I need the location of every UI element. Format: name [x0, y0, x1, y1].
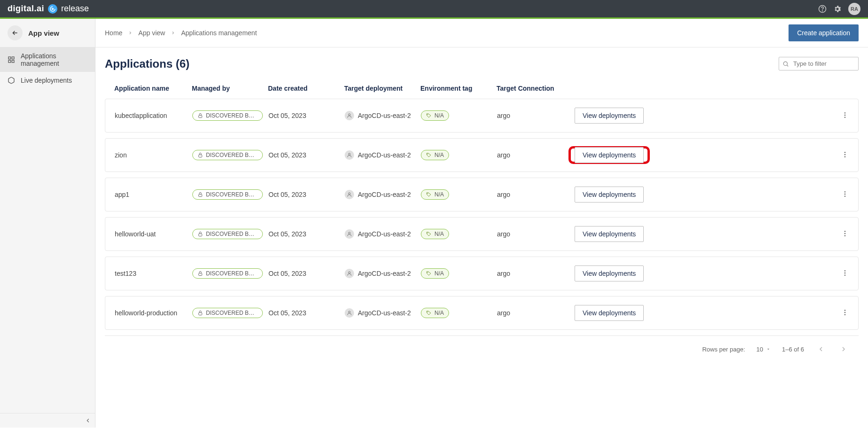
- row-more-menu[interactable]: [841, 111, 849, 119]
- view-deployments-button[interactable]: View deployments: [575, 108, 644, 124]
- cell-target: ArgoCD-us-east-2: [345, 269, 421, 278]
- svg-point-12: [844, 114, 845, 115]
- svg-point-37: [844, 274, 845, 275]
- cell-conn: argo: [497, 191, 575, 198]
- rows-per-page-select[interactable]: 10: [757, 346, 771, 353]
- cell-date: Oct 05, 2023: [268, 151, 345, 159]
- cell-managed: DISCOVERED BY RELE...: [192, 268, 268, 279]
- cell-name: helloworld-uat: [115, 230, 192, 238]
- table-row: helloworld-productionDISCOVERED BY RELE.…: [105, 296, 859, 330]
- svg-point-33: [348, 272, 350, 273]
- view-deployments-button[interactable]: View deployments: [575, 147, 644, 163]
- back-button[interactable]: [8, 25, 23, 40]
- tag-icon: [426, 231, 432, 237]
- pagination-range: 1–6 of 6: [782, 346, 804, 353]
- col-header-date: Date created: [268, 85, 344, 92]
- page-prev-button[interactable]: [815, 343, 827, 355]
- cell-name: test123: [115, 270, 192, 277]
- env-tag-pill: N/A: [421, 229, 449, 239]
- row-more-menu[interactable]: [841, 269, 849, 277]
- svg-rect-14: [199, 155, 202, 157]
- col-header-managed: Managed by: [192, 85, 268, 92]
- filter-box: [779, 57, 859, 70]
- view-deployments-button[interactable]: View deployments: [575, 187, 644, 203]
- lock-icon: [197, 231, 203, 237]
- cell-env: N/A: [421, 189, 497, 200]
- avatar[interactable]: RA: [848, 3, 860, 15]
- filter-input[interactable]: [779, 57, 859, 70]
- row-more-menu[interactable]: [841, 151, 849, 158]
- person-icon: [345, 308, 354, 318]
- svg-point-0: [52, 8, 54, 9]
- svg-point-11: [844, 112, 845, 113]
- row-more-menu[interactable]: [841, 190, 849, 198]
- env-tag-pill: N/A: [421, 189, 449, 200]
- tag-icon: [426, 271, 432, 276]
- table-footer: Rows per page: 10 1–6 of 6: [105, 335, 859, 362]
- svg-point-36: [844, 272, 845, 273]
- logo-icon: [48, 4, 57, 14]
- cell-name: zion: [115, 151, 192, 159]
- cell-target: ArgoCD-us-east-2: [345, 308, 421, 318]
- managed-by-pill: DISCOVERED BY RELE...: [192, 308, 263, 318]
- svg-point-15: [348, 153, 350, 155]
- svg-point-27: [348, 232, 350, 234]
- svg-rect-4: [12, 57, 14, 59]
- gear-icon[interactable]: [833, 5, 842, 13]
- cell-name: kubectlapplication: [115, 112, 192, 119]
- page-next-button[interactable]: [838, 343, 849, 355]
- person-icon: [345, 229, 354, 239]
- svg-point-34: [427, 273, 428, 273]
- svg-rect-5: [8, 60, 11, 62]
- cell-conn: argo: [497, 151, 575, 159]
- table-row: helloworld-uatDISCOVERED BY RELE...Oct 0…: [105, 217, 859, 251]
- managed-by-pill: DISCOVERED BY RELE...: [192, 189, 263, 200]
- svg-point-25: [844, 195, 845, 196]
- tag-icon: [426, 152, 432, 158]
- view-deployments-button[interactable]: View deployments: [575, 226, 644, 242]
- svg-rect-8: [199, 116, 202, 118]
- breadcrumb: Home App view Applications management: [105, 29, 257, 37]
- svg-point-40: [427, 312, 428, 312]
- table-row: app1DISCOVERED BY RELE...Oct 05, 2023Arg…: [105, 178, 859, 211]
- cell-conn: argo: [497, 112, 575, 119]
- col-header-target: Target deployment: [344, 85, 420, 92]
- cell-action: View deployments: [575, 265, 830, 281]
- row-more-menu[interactable]: [841, 230, 849, 237]
- breadcrumb-home[interactable]: Home: [105, 29, 122, 37]
- cell-env: N/A: [421, 229, 497, 239]
- svg-point-22: [427, 194, 428, 194]
- breadcrumb-app-view[interactable]: App view: [138, 29, 165, 37]
- row-more-menu[interactable]: [841, 309, 849, 316]
- env-tag-pill: N/A: [421, 308, 449, 318]
- cell-action: View deployments: [575, 147, 830, 163]
- chevron-right-icon: [128, 31, 133, 35]
- cell-env: N/A: [421, 110, 497, 121]
- help-icon[interactable]: [818, 5, 827, 13]
- breadcrumb-current: Applications management: [181, 29, 257, 37]
- managed-by-pill: DISCOVERED BY RELE...: [192, 110, 263, 121]
- view-deployments-button[interactable]: View deployments: [575, 265, 644, 281]
- lock-icon: [197, 310, 203, 316]
- sidebar-item-live-deployments[interactable]: Live deployments: [0, 72, 95, 89]
- create-application-button[interactable]: Create application: [789, 24, 859, 41]
- tag-icon: [426, 192, 432, 197]
- svg-point-13: [844, 117, 845, 117]
- person-icon: [345, 150, 354, 160]
- sidebar-collapse[interactable]: [0, 413, 95, 428]
- svg-rect-26: [199, 234, 202, 236]
- sidebar-item-applications-management[interactable]: Applications management: [0, 47, 95, 72]
- sidebar-title: App view: [28, 29, 59, 37]
- svg-point-41: [844, 310, 845, 311]
- cell-date: Oct 05, 2023: [268, 191, 345, 198]
- cell-action: View deployments: [575, 187, 830, 203]
- sidebar-item-icon: [8, 56, 15, 63]
- svg-point-24: [844, 193, 845, 194]
- tag-icon: [426, 310, 432, 316]
- cell-date: Oct 05, 2023: [268, 309, 345, 317]
- svg-point-43: [844, 314, 845, 315]
- view-deployments-button[interactable]: View deployments: [575, 305, 644, 321]
- svg-rect-3: [8, 57, 11, 59]
- svg-point-29: [844, 231, 845, 232]
- svg-point-31: [844, 235, 845, 236]
